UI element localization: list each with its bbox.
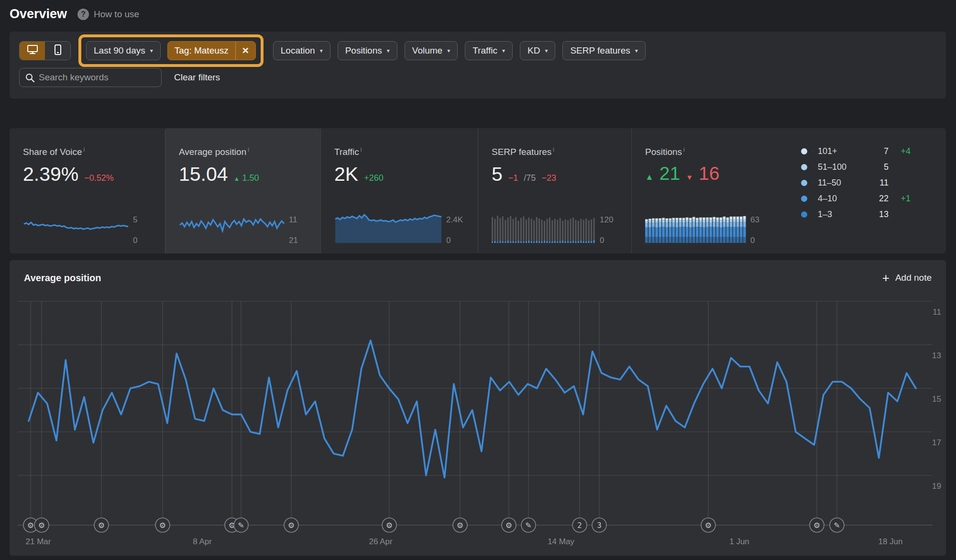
positions-title: Positions xyxy=(645,147,682,157)
legend-dot-icon xyxy=(801,164,807,170)
dropdown-label: Location xyxy=(281,45,315,56)
note-gear-icon[interactable]: ⚙ xyxy=(701,518,715,532)
x-axis-tick: 1 Jun xyxy=(729,537,749,546)
filter-dropdown-kd[interactable]: KD▾ xyxy=(520,41,555,60)
date-range-label: Last 90 days xyxy=(94,45,145,56)
card-positions[interactable]: Positionsi ▲ 21 ▼ 16 63 0 xyxy=(631,128,791,253)
serp-axis-bottom: 0 xyxy=(600,236,604,245)
search-input[interactable] xyxy=(20,68,161,87)
info-icon: i xyxy=(553,146,554,153)
svg-text:⚙: ⚙ xyxy=(38,521,45,530)
serp-delta3: −23 xyxy=(541,173,556,183)
filter-dropdown-location[interactable]: Location▾ xyxy=(273,41,330,60)
tag-filter-label: Tag: Mateusz xyxy=(168,42,235,60)
dropdown-label: SERP features xyxy=(570,45,630,56)
note-badge-2[interactable]: 2 xyxy=(572,518,587,532)
legend-range-label: 101+ xyxy=(818,146,869,156)
sov-sparkline xyxy=(23,209,129,246)
x-axis-tick: 26 Apr xyxy=(369,537,392,546)
card-share-of-voice[interactable]: Share of Voicei 2.39% −0.52% 5 0 xyxy=(10,128,165,253)
svg-text:⚙: ⚙ xyxy=(386,521,393,530)
legend-row: 101+7+4 xyxy=(801,143,934,159)
traffic-delta: +260 xyxy=(364,173,384,183)
clear-filters-button[interactable]: Clear filters xyxy=(174,72,220,83)
avg-position-sparkline xyxy=(179,209,285,246)
device-toggle xyxy=(19,41,71,60)
serp-delta2: /75 xyxy=(524,173,536,183)
sov-title: Share of Voice xyxy=(23,147,82,157)
legend-dot-icon xyxy=(801,148,807,154)
note-gear-icon[interactable]: ⚙ xyxy=(155,518,170,532)
filter-dropdown-traffic[interactable]: Traffic▾ xyxy=(465,41,513,60)
triangle-down-icon: ▼ xyxy=(686,173,693,181)
chevron-down-icon: ▾ xyxy=(447,47,450,54)
annotation-highlight-box: Last 90 days ▾ Tag: Mateusz ✕ xyxy=(78,34,264,67)
chevron-down-icon: ▾ xyxy=(635,47,638,54)
legend-count: 11 xyxy=(869,178,889,188)
mobile-icon xyxy=(55,44,61,57)
triangle-up-icon: ▲ xyxy=(645,172,654,182)
legend-row: 4–1022+1 xyxy=(801,191,934,207)
svg-text:3: 3 xyxy=(597,521,602,530)
filter-dropdown-volume[interactable]: Volume▾ xyxy=(405,41,458,60)
triangle-up-icon: ▲ xyxy=(234,175,240,182)
x-axis-tick: 18 Jun xyxy=(878,537,902,546)
serp-delta1: −1 xyxy=(508,173,518,183)
date-range-dropdown[interactable]: Last 90 days ▾ xyxy=(86,41,161,60)
page-title: Overview xyxy=(10,7,67,22)
note-pencil-icon[interactable]: ✎ xyxy=(234,518,248,532)
filter-dropdown-serp-features[interactable]: SERP features▾ xyxy=(562,41,645,60)
legend-range-label: 51–100 xyxy=(818,162,869,172)
note-gear-icon[interactable]: ⚙ xyxy=(502,518,516,532)
desktop-toggle-button[interactable] xyxy=(20,42,45,60)
filter-panel: Last 90 days ▾ Tag: Mateusz ✕ Location▾P… xyxy=(10,32,946,99)
mobile-toggle-button[interactable] xyxy=(45,42,70,60)
sov-axis-bottom: 0 xyxy=(133,236,137,245)
positions-legend: 101+7+451–100511–50114–1022+11–313 xyxy=(791,128,946,253)
filter-dropdown-positions[interactable]: Positions▾ xyxy=(338,41,397,60)
legend-dot-icon xyxy=(801,196,807,202)
note-gear-icon[interactable]: ⚙ xyxy=(382,518,396,532)
note-badge-3[interactable]: 3 xyxy=(592,518,606,532)
svg-text:⚙: ⚙ xyxy=(159,521,166,530)
note-gear-icon[interactable]: ⚙ xyxy=(810,518,824,532)
positions-axis-bottom: 0 xyxy=(750,236,755,245)
card-serp-features[interactable]: SERP featuresi 5 −1 /75 −23 120 0 xyxy=(478,128,631,253)
top-bar: Overview ? How to use xyxy=(10,7,139,22)
remove-tag-button[interactable]: ✕ xyxy=(235,42,255,60)
metric-cards-panel: Share of Voicei 2.39% −0.52% 5 0 Average… xyxy=(10,128,946,253)
chevron-down-icon: ▾ xyxy=(502,47,505,54)
filter-dropdowns: Location▾Positions▾Volume▾Traffic▾KD▾SER… xyxy=(273,41,646,60)
search-icon xyxy=(25,73,35,83)
positions-up-value: 21 xyxy=(659,163,680,184)
note-pencil-icon[interactable]: ✎ xyxy=(521,518,536,532)
chevron-down-icon: ▾ xyxy=(387,47,390,54)
legend-dot-icon xyxy=(801,180,807,186)
how-to-use-link[interactable]: ? How to use xyxy=(77,9,139,20)
legend-range-label: 1–3 xyxy=(818,209,869,220)
legend-range-label: 11–50 xyxy=(818,178,869,188)
tag-filter-chip[interactable]: Tag: Mateusz ✕ xyxy=(167,41,256,60)
traffic-axis-top: 2.4K xyxy=(446,215,463,225)
positions-sparkline xyxy=(645,209,747,246)
svg-text:⚙: ⚙ xyxy=(813,521,820,530)
card-average-position[interactable]: Average positioni 15.04 ▲ 1.50 11 21 xyxy=(165,128,320,253)
note-gear-icon[interactable]: ⚙ xyxy=(284,518,298,532)
info-icon: i xyxy=(248,146,249,153)
card-traffic[interactable]: Traffici 2K +260 2.4K 0 xyxy=(320,128,478,253)
note-gear-icon[interactable]: ⚙ xyxy=(453,518,467,532)
note-gear-icon[interactable]: ⚙ xyxy=(94,518,109,532)
serp-sparkline xyxy=(492,209,596,246)
note-pencil-icon[interactable]: ✎ xyxy=(830,518,844,532)
svg-text:✎: ✎ xyxy=(238,521,244,530)
legend-count: 13 xyxy=(869,209,889,220)
sov-delta: −0.52% xyxy=(84,173,114,183)
help-icon: ? xyxy=(77,9,89,20)
svg-text:⚙: ⚙ xyxy=(505,521,512,530)
legend-dot-icon xyxy=(801,211,807,218)
legend-row: 1–313 xyxy=(801,207,934,222)
traffic-title: Traffic xyxy=(334,147,359,157)
info-icon: i xyxy=(683,146,685,153)
sov-axis-top: 5 xyxy=(133,215,137,225)
note-gear-icon[interactable]: ⚙ xyxy=(34,518,49,532)
